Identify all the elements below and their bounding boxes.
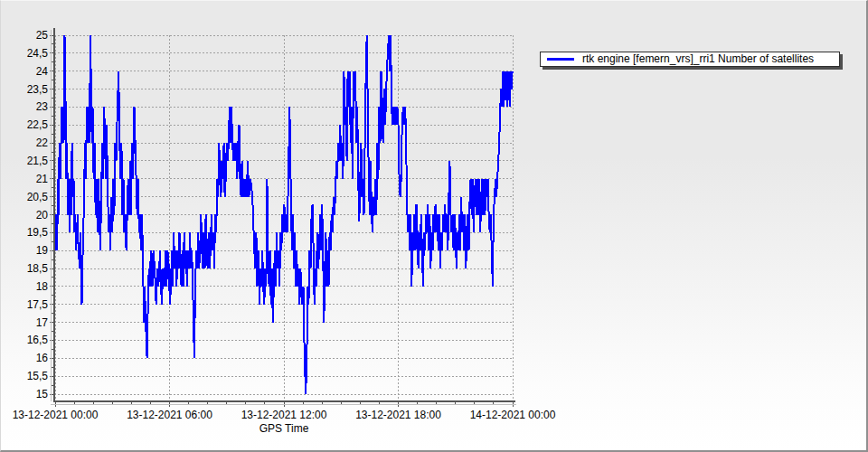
y-tick-label: 21 — [1, 173, 48, 185]
y-tick-label: 24,5 — [1, 47, 48, 60]
x-axis-title: GPS Time — [55, 422, 513, 435]
chart-panel: 2524,52423,52322,52221,52120,52019,51918… — [0, 0, 868, 452]
legend[interactable]: rtk engine [femern_vrs]_rri1 Number of s… — [540, 52, 840, 67]
y-tick-label: 20,5 — [1, 191, 48, 203]
y-tick-label: 18 — [1, 280, 48, 293]
y-tick-label: 15 — [1, 388, 48, 400]
y-tick-label: 15,5 — [1, 370, 48, 382]
y-tick-label: 17,5 — [1, 298, 48, 311]
y-tick-label: 25 — [1, 29, 48, 42]
x-tick-label: 13-12-2021 18:00 — [340, 409, 458, 421]
y-tick-label: 21,5 — [1, 155, 48, 167]
x-tick-label: 13-12-2021 06:00 — [111, 409, 229, 421]
y-tick-label: 23 — [1, 100, 48, 113]
y-tick-label: 20 — [1, 209, 48, 221]
legend-series-label: rtk engine [femern_vrs]_rri1 Number of s… — [582, 52, 814, 66]
chart-canvas — [1, 1, 868, 452]
y-tick-label: 24 — [1, 65, 48, 78]
y-tick-label: 16 — [1, 352, 48, 364]
y-tick-label: 16,5 — [1, 334, 48, 346]
x-tick-label: 13-12-2021 00:00 — [0, 409, 114, 421]
y-tick-label: 18,5 — [1, 262, 48, 275]
y-tick-label: 22,5 — [1, 118, 48, 131]
x-tick-label: 14-12-2021 00:00 — [454, 409, 571, 421]
y-tick-label: 17 — [1, 316, 48, 329]
y-tick-label: 23,5 — [1, 83, 48, 96]
legend-series-line-swatch — [547, 58, 574, 61]
y-tick-label: 19,5 — [1, 226, 48, 239]
y-tick-label: 19 — [1, 244, 48, 257]
y-tick-label: 22 — [1, 137, 48, 149]
x-tick-label: 13-12-2021 12:00 — [225, 409, 343, 421]
